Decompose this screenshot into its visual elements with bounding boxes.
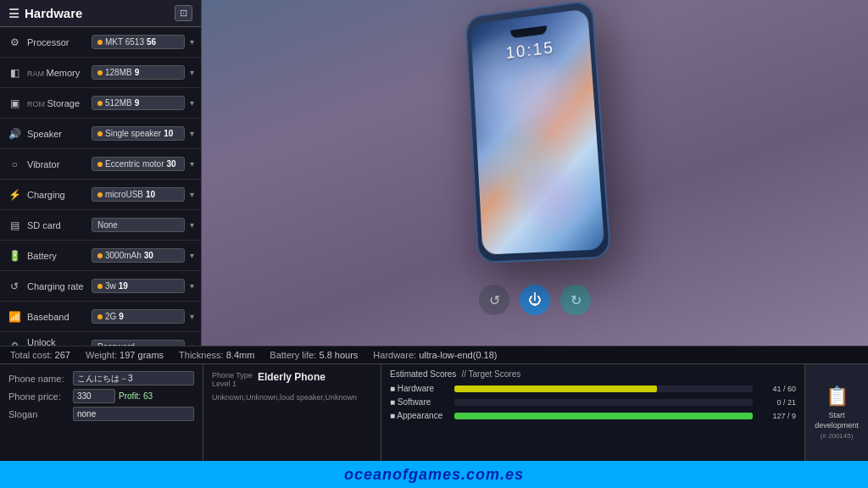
- battery-value-box[interactable]: 3000mAh 30: [92, 248, 185, 263]
- phone-type-label: Phone Type: [212, 371, 253, 380]
- processor-icon: ⚙: [7, 36, 22, 48]
- chargerate-num: 19: [119, 281, 128, 291]
- bottom-panel: Phone name: Phone price: Profit: 63 Slog…: [0, 363, 868, 461]
- battery-icon: 🔋: [7, 250, 22, 262]
- phone-controls: ↺ ⏻ ↻: [479, 285, 591, 315]
- chargerate-value-box[interactable]: 3w 19: [92, 279, 185, 293]
- phone-slogan-input[interactable]: [73, 407, 194, 421]
- unlock-value-box[interactable]: Password: [92, 340, 185, 346]
- phone-profit: Profit: 63: [119, 391, 153, 401]
- phone-type-description: Unknown,Unknown,loud speaker,Unknown: [212, 393, 372, 402]
- phone-notch: [510, 25, 547, 38]
- baseband-value-box[interactable]: 2G 9: [92, 309, 185, 324]
- charging-value-box[interactable]: microUSB 10: [92, 187, 185, 202]
- target-scores-label: // Target Scores: [461, 369, 520, 379]
- sidebar-header: ☰ Hardware ⊡: [0, 0, 201, 27]
- sdcard-arrow: ▾: [190, 220, 194, 230]
- score-name-hardware: ■ Hardware: [390, 384, 449, 393]
- phone-name-label: Phone name:: [8, 374, 70, 384]
- hw-item-processor: ⚙ProcessorMKT 6513 56▾: [0, 27, 201, 58]
- phone-3d-model: 10:15: [465, 0, 611, 263]
- camera-button[interactable]: ↻: [560, 285, 591, 315]
- vibrator-value-box[interactable]: Eccentric motor 30: [92, 157, 185, 171]
- score-row-hardware: ■ Hardware41 / 60: [390, 384, 796, 393]
- charging-label: Charging: [27, 190, 86, 200]
- baseband-icon: 📶: [7, 311, 22, 323]
- chargerate-icon: ↺: [7, 280, 22, 292]
- battery-life: Battery life: 5.8 hours: [270, 350, 358, 360]
- score-name-software: ■ Software: [390, 397, 449, 407]
- rom-icon: ▣: [7, 97, 22, 109]
- sdcard-label: SD card: [27, 220, 86, 230]
- processor-value-box[interactable]: MKT 6513 56: [92, 35, 185, 49]
- score-row-appearance: ■ Appearance127 / 9: [390, 411, 796, 420]
- charging-arrow: ▾: [190, 190, 194, 199]
- ram-label: RAM Memory: [27, 68, 86, 78]
- phone-body: 10:15: [465, 0, 611, 263]
- score-value-appearance: 127 / 9: [758, 412, 796, 420]
- ram-arrow: ▾: [190, 68, 194, 77]
- hw-item-vibrator: ○VibratorEccentric motor 30▾: [0, 149, 201, 180]
- processor-label: Processor: [27, 37, 86, 47]
- score-panel: Estimated Scores // Target Scores ■ Hard…: [381, 364, 804, 461]
- phone-slogan-label: Slogan: [8, 409, 70, 419]
- hw-item-baseband: 📶Baseband2G 9▾: [0, 302, 201, 332]
- rotate-button[interactable]: ↺: [479, 285, 509, 315]
- stats-bar: Total cost: 267 Weight: 197 grams Thickn…: [0, 346, 868, 363]
- start-dev-sub: (# 200145): [821, 432, 854, 440]
- charging-icon: ⚡: [7, 189, 22, 201]
- power-button[interactable]: ⏻: [520, 285, 550, 315]
- phone-name-input[interactable]: [73, 371, 194, 385]
- ram-num: 9: [135, 68, 140, 77]
- speaker-arrow: ▾: [190, 129, 194, 138]
- rom-arrow: ▾: [190, 98, 194, 108]
- phone-name-row: Phone name:: [8, 371, 194, 385]
- phone-info-panel: Phone name: Phone price: Profit: 63 Slog…: [0, 364, 203, 461]
- score-row-software: ■ Software0 / 21: [390, 397, 796, 407]
- battery-num: 30: [144, 251, 153, 260]
- phone-screen: 10:15: [470, 8, 604, 255]
- unlock-label: Unlock method: [27, 337, 86, 347]
- phone-level-label: Level 1: [212, 380, 253, 388]
- hardware-tier: Hardware: ultra-low-end(0.18): [373, 350, 497, 360]
- processor-num: 56: [147, 37, 156, 47]
- phone-preview-area: 10:15 ↺ ⏻ ↻: [202, 0, 868, 346]
- hw-item-sdcard: ▤SD cardNone ▾: [0, 210, 201, 241]
- hw-item-unlock: 🔒Unlock methodPassword ▾: [0, 332, 201, 346]
- phone-price-label: Phone price:: [8, 391, 70, 402]
- ram-value-box[interactable]: 128MB 9: [92, 65, 185, 80]
- vibrator-label: Vibrator: [27, 159, 86, 169]
- hw-item-speaker: 🔊SpeakerSingle speaker 10▾: [0, 119, 201, 149]
- watermark-text: oceanofgames.com.es: [344, 466, 524, 484]
- speaker-value-box[interactable]: Single speaker 10: [92, 126, 185, 141]
- hw-item-ram: ◧RAM Memory128MB 9▾: [0, 58, 201, 88]
- score-bar-container-hardware: [454, 385, 753, 392]
- score-value-software: 0 / 21: [758, 398, 796, 407]
- speaker-icon: 🔊: [7, 128, 22, 140]
- speaker-num: 10: [164, 129, 173, 138]
- speaker-label: Speaker: [27, 129, 86, 139]
- score-header: Estimated Scores // Target Scores: [390, 369, 796, 379]
- phone-price-input[interactable]: [73, 389, 115, 403]
- phone-type-header: Phone Type Level 1 Elderly Phone: [212, 371, 372, 388]
- sdcard-value-box[interactable]: None: [92, 218, 185, 232]
- sidebar-export-button[interactable]: ⊡: [175, 5, 192, 21]
- hardware-items-list: ⚙ProcessorMKT 6513 56▾◧RAM Memory128MB 9…: [0, 27, 201, 346]
- score-bar-appearance: [454, 413, 753, 419]
- rom-label: ROM Storage: [27, 98, 86, 108]
- score-bar-container-software: [454, 399, 753, 406]
- baseband-label: Baseband: [27, 312, 86, 322]
- start-development-button[interactable]: 📋 Start development (# 200145): [804, 364, 868, 461]
- vibrator-arrow: ▾: [190, 159, 194, 169]
- menu-icon: ☰: [8, 7, 19, 20]
- score-rows: ■ Hardware41 / 60■ Software0 / 21■ Appea…: [390, 384, 796, 420]
- rom-value-box[interactable]: 512MB 9: [92, 96, 185, 110]
- hw-item-charging: ⚡ChargingmicroUSB 10▾: [0, 180, 201, 210]
- weight: Weight: 197 grams: [86, 350, 164, 360]
- baseband-arrow: ▾: [190, 312, 194, 321]
- start-dev-label: Start development: [810, 411, 863, 430]
- phone-type-value: Elderly Phone: [258, 371, 326, 383]
- baseband-num: 9: [119, 312, 124, 321]
- hw-item-battery: 🔋Battery3000mAh 30▾: [0, 241, 201, 271]
- phone-price-row: Phone price: Profit: 63: [8, 389, 194, 403]
